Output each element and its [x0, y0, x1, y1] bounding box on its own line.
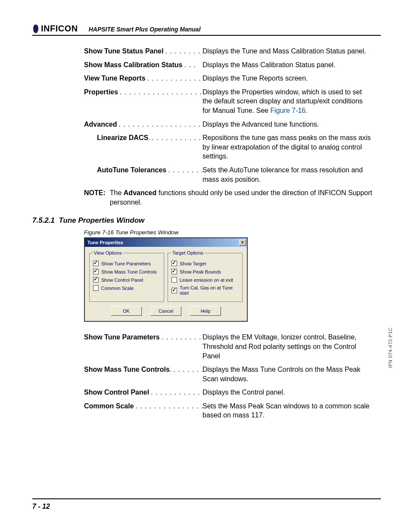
chk-common-scale[interactable]: Common Scale	[93, 285, 160, 291]
chk-show-peak-bounds[interactable]: Show Peak Bounds	[171, 269, 239, 274]
chk-turn-cal-gas[interactable]: Turn Cal. Gas on at Tune start	[171, 285, 239, 296]
chk-show-target[interactable]: Show Target	[171, 261, 239, 266]
checkbox-icon[interactable]	[93, 277, 99, 283]
page-footer: 7 - 12	[32, 498, 381, 510]
def-show-tune-status-panel: Show Tune Status Panel . . . . . . . . D…	[84, 47, 372, 56]
cancel-button[interactable]: Cancel	[150, 306, 181, 316]
ipn-label: IPN 074-472-P1C	[388, 327, 393, 368]
checkbox-icon[interactable]	[93, 261, 99, 266]
checkbox-icon[interactable]	[171, 261, 177, 266]
figure-link[interactable]: Figure 7-16	[270, 107, 305, 114]
figure-block: Figure 7-16 Tune Properties Window Tune …	[32, 229, 381, 420]
page-header: INFICON HAPSITE Smart Plus Operating Man…	[32, 24, 381, 36]
checkbox-icon[interactable]	[171, 277, 177, 283]
def2-show-tune-parameters: Show Tune Parameters . . . . . . . . . D…	[84, 333, 372, 361]
help-button[interactable]: Help	[190, 306, 221, 316]
dialog-titlebar: Tune Properties ×	[85, 238, 247, 247]
def2-show-control-panel: Show Control Panel . . . . . . . . . . .…	[84, 388, 372, 397]
checkbox-icon[interactable]	[171, 288, 177, 293]
close-icon[interactable]: ×	[239, 240, 246, 246]
target-options-group: Target Options Show Target Show Peak Bou…	[168, 250, 243, 302]
def-advanced: Advanced . . . . . . . . . . . . . . . .…	[84, 120, 372, 129]
note: NOTE: The Advanced functions should only…	[84, 188, 372, 207]
def-autotune-tolerances: AutoTune Tolerances . . . . . . . . Sets…	[84, 165, 372, 184]
ok-button[interactable]: OK	[111, 306, 142, 316]
def2-show-mass-tune-controls: Show Mass Tune Controls. . . . . . . . D…	[84, 365, 372, 383]
chk-show-mass-tune-controls[interactable]: Show Mass Tune Controls	[93, 269, 160, 274]
content-area: Show Tune Status Panel . . . . . . . . D…	[32, 47, 381, 207]
checkbox-icon[interactable]	[93, 285, 99, 291]
manual-title: HAPSITE Smart Plus Operating Manual	[89, 26, 201, 34]
section-heading: 7.5.2.1 Tune Properties Window	[32, 216, 381, 225]
def-linearize-dacs: Linearize DACS. . . . . . . . . . . . . …	[84, 133, 372, 161]
chk-show-control-panel[interactable]: Show Control Panel	[93, 277, 160, 283]
dialog-title: Tune Properties	[87, 240, 123, 245]
view-options-group: View Options Show Tune Parameters Show M…	[89, 250, 164, 302]
inficon-logo-icon	[32, 24, 39, 34]
chk-leave-emission[interactable]: Leave emission on at exit	[171, 277, 239, 283]
def-properties: Properties . . . . . . . . . . . . . . .…	[84, 87, 372, 115]
def-view-tune-reports: View Tune Reports . . . . . . . . . . . …	[84, 74, 372, 83]
def-show-mass-calibration-status: Show Mass Calibration Status . . . Displ…	[84, 60, 372, 70]
tune-properties-dialog: Tune Properties × View Options Show Tune…	[84, 237, 248, 322]
checkbox-icon[interactable]	[171, 269, 177, 274]
checkbox-icon[interactable]	[93, 269, 99, 274]
chk-show-tune-parameters[interactable]: Show Tune Parameters	[93, 261, 160, 266]
brand-logo: INFICON	[32, 24, 78, 34]
figure-caption: Figure 7-16 Tune Properties Window	[84, 229, 372, 236]
page-number: 7 - 12	[32, 503, 50, 510]
brand-name: INFICON	[41, 24, 78, 34]
def2-common-scale: Common Scale . . . . . . . . . . . . . .…	[84, 401, 372, 420]
